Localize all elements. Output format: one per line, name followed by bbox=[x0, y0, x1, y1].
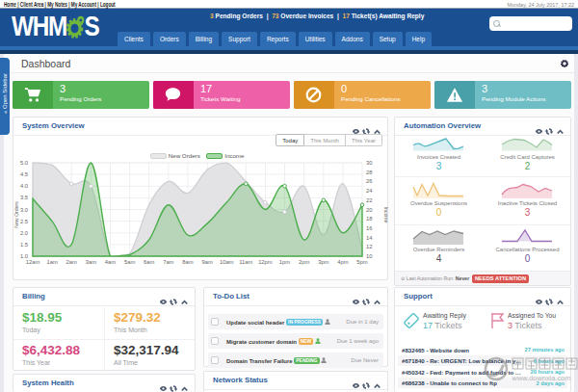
svg-text:22: 22 bbox=[366, 197, 372, 203]
svg-text:28: 28 bbox=[366, 170, 372, 175]
svg-text:2.0: 2.0 bbox=[20, 230, 28, 236]
svg-text:10am: 10am bbox=[220, 259, 234, 265]
svg-text:2.5: 2.5 bbox=[20, 219, 28, 224]
svg-text:1.5: 1.5 bbox=[20, 242, 28, 248]
svg-text:9am: 9am bbox=[201, 259, 212, 265]
svg-text:12pm: 12pm bbox=[258, 259, 273, 265]
svg-text:3.0: 3.0 bbox=[20, 207, 28, 213]
svg-text:5.0: 5.0 bbox=[20, 160, 28, 166]
svg-text:1am: 1am bbox=[46, 259, 57, 265]
svg-text:8am: 8am bbox=[182, 259, 193, 265]
svg-text:24: 24 bbox=[366, 188, 373, 194]
svg-text:3.5: 3.5 bbox=[20, 195, 28, 200]
svg-text:6am: 6am bbox=[144, 259, 154, 265]
svg-text:7am: 7am bbox=[163, 259, 173, 265]
svg-text:Income: Income bbox=[383, 206, 389, 222]
svg-text:12am: 12am bbox=[26, 259, 40, 265]
svg-text:14: 14 bbox=[366, 235, 373, 241]
svg-text:3pm: 3pm bbox=[318, 259, 328, 265]
svg-text:30: 30 bbox=[366, 160, 372, 166]
svg-text:26: 26 bbox=[366, 178, 372, 184]
svg-text:5pm: 5pm bbox=[356, 259, 367, 265]
svg-text:2pm: 2pm bbox=[299, 259, 309, 265]
svg-text:4.5: 4.5 bbox=[20, 171, 28, 177]
svg-text:www.downxia.com: www.downxia.com bbox=[512, 374, 571, 382]
svg-text:1pm: 1pm bbox=[279, 259, 290, 265]
svg-text:4am: 4am bbox=[105, 259, 116, 265]
svg-text:New Orders: New Orders bbox=[13, 201, 19, 228]
svg-text:11am: 11am bbox=[239, 259, 252, 265]
svg-text:5am: 5am bbox=[124, 259, 135, 265]
svg-text:16: 16 bbox=[366, 225, 372, 231]
svg-text:12: 12 bbox=[366, 244, 372, 249]
svg-text:3am: 3am bbox=[86, 259, 96, 265]
svg-text:18: 18 bbox=[366, 216, 372, 222]
svg-text:4pm: 4pm bbox=[337, 259, 348, 265]
svg-text:20: 20 bbox=[366, 207, 372, 213]
svg-text:2am: 2am bbox=[66, 259, 77, 265]
svg-text:4.0: 4.0 bbox=[20, 183, 28, 189]
